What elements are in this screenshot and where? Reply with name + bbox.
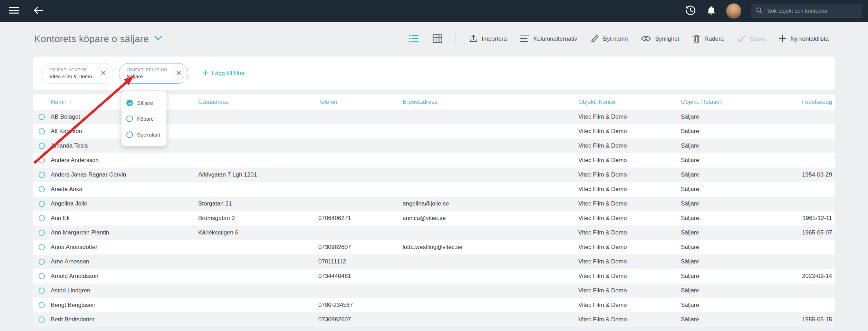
filter-chip-relation[interactable]: OBJEKT: RELATION Säljare (119, 63, 189, 84)
cell-relation: Säljare (681, 128, 791, 135)
cell-relation: Säljare (681, 316, 791, 323)
table-row[interactable]: Arne Arnesson070111112Vitec Film & DemoS… (33, 254, 835, 269)
history-button[interactable] (685, 4, 696, 17)
cell-fodelsedag: 1954-03-29 (791, 171, 832, 178)
cell-kontor: Vitec Film & Demo (578, 113, 681, 120)
cell-telefon: 0730982607 (318, 244, 403, 251)
dropdown-option[interactable]: Köpare (122, 111, 166, 127)
table-row[interactable]: Anders AnderssonVitec Film & DemoSäljare (33, 153, 835, 168)
row-select-checkbox[interactable] (39, 201, 45, 207)
column-header-gatuadress[interactable]: Gatuadress (198, 99, 318, 106)
column-header-objekt-relation[interactable]: Objekt: Relation (681, 99, 791, 106)
cell-relation: Säljare (681, 273, 791, 280)
delete-button[interactable]: Radera (692, 34, 724, 44)
row-select-checkbox[interactable] (39, 143, 45, 149)
top-bar (0, 0, 868, 22)
cell-gatuadress: Brömsgatan 3 (198, 215, 318, 222)
add-filter-label: Lägg till filter (212, 70, 244, 77)
table-row[interactable]: Anette AnkaVitec Film & DemoSäljare (33, 182, 835, 197)
row-select-checkbox[interactable] (39, 259, 45, 265)
cell-kontor: Vitec Film & Demo (578, 273, 681, 280)
rename-button[interactable]: Byt namn (590, 34, 628, 44)
bell-icon (706, 5, 716, 17)
cell-namn: Arnold Arnoldsson (51, 273, 198, 280)
cell-relation: Säljare (681, 113, 791, 120)
new-contact-list-button[interactable]: Ny kontaktlista (778, 34, 829, 44)
row-select-checkbox[interactable] (39, 244, 45, 250)
save-button[interactable]: Spara (737, 35, 765, 43)
cell-namn: Angelina Jolie (51, 200, 198, 207)
row-select-checkbox[interactable] (39, 302, 45, 308)
cell-epost: angelina@jolie.se (403, 200, 578, 207)
search-input[interactable] (766, 8, 858, 14)
cell-relation: Säljare (681, 142, 791, 149)
back-button[interactable] (33, 6, 44, 16)
row-select-checkbox[interactable] (39, 128, 45, 134)
relation-dropdown: SäljareKöpareSpekulant (122, 91, 166, 146)
table-row[interactable]: Angelina JolieStorgatan 21angelina@jolie… (33, 197, 835, 211)
user-avatar[interactable] (726, 3, 741, 19)
row-select-checkbox[interactable] (39, 186, 45, 192)
notifications-button[interactable] (706, 5, 716, 17)
dropdown-option[interactable]: Säljare (122, 95, 166, 111)
import-button[interactable]: Importera (469, 34, 507, 44)
hamburger-menu-button[interactable] (9, 6, 19, 16)
row-select-checkbox[interactable] (39, 172, 45, 178)
search-icon (755, 7, 763, 16)
row-select-checkbox[interactable] (39, 317, 45, 323)
filter-bar: OBJEKT: KONTOR Vitec Film & Demo OBJEKT:… (33, 57, 835, 90)
row-select-checkbox[interactable] (39, 273, 45, 279)
dropdown-option-label: Köpare (137, 116, 154, 122)
table-row[interactable]: Astrid LindgrenVitec Film & DemoSäljare (33, 283, 835, 298)
table-row[interactable]: Ann Margareth PlantinKärleksstigen 6Vite… (33, 225, 835, 240)
list-view-button[interactable] (408, 34, 419, 44)
check-icon (737, 35, 746, 43)
remove-filter-button[interactable] (98, 68, 109, 79)
column-options-button[interactable]: Kolumnalternativ (520, 34, 577, 44)
table-row[interactable]: Arnold Arnoldsson0734440461Vitec Film & … (33, 269, 835, 283)
page-title-group[interactable]: Kontorets köpare o säljare (34, 22, 162, 56)
chevron-down-icon[interactable] (154, 36, 162, 42)
table-row[interactable]: Anders Jonas Ragnar CervinArkivgatan 7 L… (33, 168, 835, 182)
list-view-icon (408, 34, 419, 44)
cell-telefon: 0730982607 (318, 316, 403, 323)
dropdown-option[interactable]: Spekulant (122, 127, 166, 142)
table-row[interactable]: Ann EkBrömsgatan 30706406271annica@vitec… (33, 211, 835, 225)
row-select-checkbox[interactable] (39, 114, 45, 120)
column-header-objekt-kontor[interactable]: Objekt: Kontor (578, 99, 681, 106)
trash-icon (692, 34, 701, 44)
table-row[interactable]: Anna Annasdotter0730982607lotta.westling… (33, 240, 835, 254)
column-header-fodelsedag[interactable]: Födelsedag (791, 99, 832, 106)
row-select-checkbox[interactable] (39, 230, 45, 236)
import-label: Importera (482, 36, 507, 42)
dropdown-option-label: Säljare (137, 100, 153, 106)
table-row[interactable]: Bengt Bengtsson0780-234567Vitec Film & D… (33, 298, 835, 312)
checked-radio-icon (126, 100, 133, 106)
add-filter-button[interactable]: Lägg till filter (203, 70, 244, 77)
filter-chip-kontor[interactable]: OBJEKT: KONTOR Vitec Film & Demo (41, 63, 113, 84)
cell-kontor: Vitec Film & Demo (578, 128, 681, 135)
cell-fodelsedag: 1955-05-15 (791, 316, 832, 323)
filter-chip-value: Vitec Film & Demo (49, 73, 92, 79)
cell-kontor: Vitec Film & Demo (578, 215, 681, 222)
close-icon (101, 70, 106, 77)
column-header-telefon[interactable]: Telefon (318, 99, 403, 106)
cell-fodelsedag: 1965-12-11 (791, 215, 832, 222)
cell-namn: Ann Margareth Plantin (51, 229, 198, 236)
row-select-checkbox[interactable] (39, 157, 45, 163)
dropdown-option-label: Spekulant (137, 132, 160, 138)
new-contact-list-label: Ny kontaktlista (790, 36, 829, 42)
grid-view-button[interactable] (433, 34, 442, 44)
cell-relation: Säljare (681, 244, 791, 251)
cell-telefon: 070111112 (318, 258, 403, 265)
global-search (751, 4, 862, 18)
row-select-checkbox[interactable] (39, 215, 45, 221)
plus-icon (778, 34, 787, 44)
row-select-checkbox[interactable] (39, 288, 45, 294)
remove-filter-button[interactable] (173, 68, 184, 79)
cell-namn: Arne Arnesson (51, 258, 198, 265)
cell-kontor: Vitec Film & Demo (578, 142, 681, 149)
visibility-button[interactable]: Synlighet (641, 34, 679, 44)
column-header-epostadress[interactable]: E-postadress (403, 99, 578, 106)
table-row[interactable]: Berit Beritsdotter0730982607Vitec Film &… (33, 312, 835, 327)
